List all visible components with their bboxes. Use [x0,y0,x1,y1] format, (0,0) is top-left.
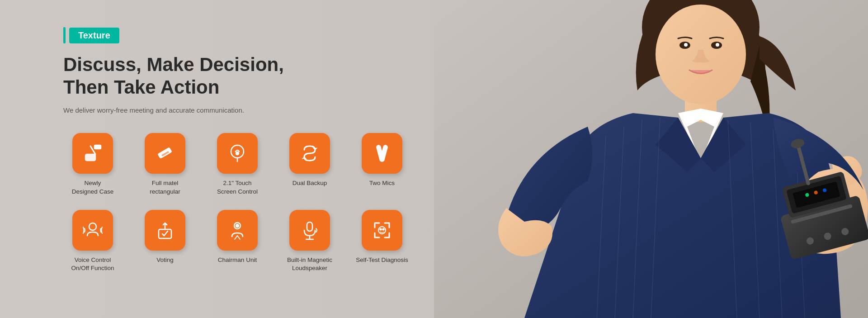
feature-grid: NewlyDesigned Case Full matelrectangular [63,133,416,273]
full-matel-icon-box [145,133,185,174]
feature-full-matel: Full matelrectangular [136,133,194,196]
feature-newly-designed-case: NewlyDesigned Case [63,133,122,196]
feature-self-test: Self-Test Diagnosis [353,210,411,273]
self-test-icon-box [362,210,402,251]
svg-point-19 [383,228,384,230]
svg-point-18 [380,228,382,230]
content-area: Texture Discuss, Make Decision, Then Tak… [0,0,443,318]
full-matel-label: Full matelrectangular [150,179,180,196]
chairman-unit-label: Chairman Unit [218,256,257,265]
svg-rect-14 [307,222,312,231]
svg-rect-0 [85,154,95,161]
diagnosis-icon [370,218,394,242]
touch-icon [226,142,249,165]
feature-two-mics: Two Mics [353,133,411,196]
loudspeaker-icon-box [289,210,330,251]
svg-point-13 [236,224,239,227]
two-mics-icon-box [362,133,402,174]
voice-control-label: Voice ControlOn/Off Function [71,256,114,273]
texture-label: Texture [69,28,119,43]
feature-voting: Voting [136,210,194,273]
svg-point-28 [716,43,719,47]
subtext: We deliver worry-free meeting and accura… [63,106,416,114]
feature-touch-screen: 2.1" TouchScreen Control [208,133,267,196]
feature-loudspeaker: Built-in MagneticLoudspeaker [280,210,339,273]
voting-icon-box [145,210,185,251]
touch-screen-label: 2.1" TouchScreen Control [217,179,258,196]
case-icon [81,142,104,165]
dual-backup-icon-box [289,133,330,174]
voting-icon [153,218,177,242]
chairman-icon [226,218,249,242]
chairman-unit-icon-box [217,210,258,251]
self-test-label: Self-Test Diagnosis [356,256,408,265]
speaker-icon [298,218,321,242]
newly-designed-case-label: NewlyDesigned Case [72,179,113,196]
texture-badge: Texture [63,27,416,43]
two-mics-label: Two Mics [369,179,395,188]
page-wrapper: Texture Discuss, Make Decision, Then Tak… [0,0,868,318]
voice-control-icon-box [72,210,113,251]
headline-line1: Discuss, Make Decision, [63,53,416,76]
headline: Discuss, Make Decision, Then Take Action [63,53,416,99]
dual-backup-label: Dual Backup [292,179,327,188]
dual-icon [298,142,321,165]
feature-dual-backup: Dual Backup [280,133,339,196]
voice-icon [81,218,104,242]
voting-label: Voting [156,256,174,265]
headline-line2: Then Take Action [63,76,416,99]
loudspeaker-label: Built-in MagneticLoudspeaker [287,256,332,273]
feature-voice-control: Voice ControlOn/Off Function [63,210,122,273]
touch-screen-icon-box [217,133,258,174]
svg-rect-2 [94,145,101,149]
texture-bar [63,27,66,43]
svg-point-6 [236,152,239,155]
mics-icon [370,142,394,165]
svg-point-9 [89,223,96,230]
metal-icon [153,142,177,165]
hero-image-area [434,0,868,318]
svg-point-27 [684,43,688,47]
newly-designed-case-icon-box [72,133,113,174]
feature-chairman-unit: Chairman Unit [208,210,267,273]
hero-illustration [434,0,868,318]
